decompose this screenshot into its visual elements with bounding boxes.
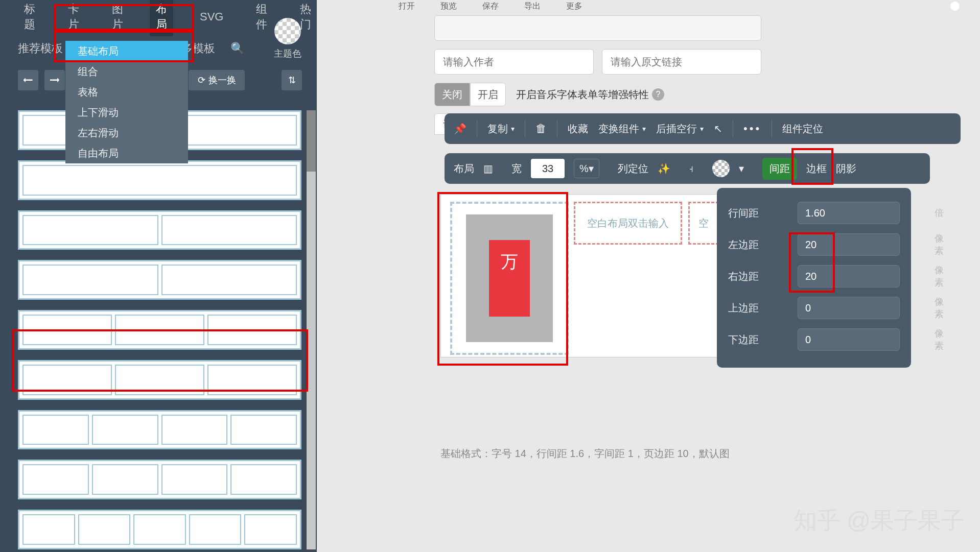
- layout-template[interactable]: [18, 210, 301, 250]
- card-text: 万: [501, 250, 518, 274]
- bg-swatch-icon[interactable]: [712, 160, 730, 177]
- layout-template[interactable]: [18, 510, 301, 549]
- toggle-off[interactable]: 关闭: [434, 83, 470, 106]
- dd-basic-layout[interactable]: 基础布局: [65, 41, 188, 61]
- toggle-on[interactable]: 开启: [470, 83, 506, 106]
- trash-icon[interactable]: 🗑: [535, 122, 547, 135]
- search-icon[interactable]: 🔍: [230, 42, 244, 55]
- spacing-panel: 行间距 倍 左边距 像素 右边距 像素 上边距 像素 下边距 像素: [717, 188, 911, 368]
- transform-button[interactable]: 变换组件 ▾: [598, 122, 646, 136]
- menu-open[interactable]: 打开: [399, 1, 415, 12]
- avatar-icon[interactable]: [950, 2, 960, 11]
- insert-blank-button[interactable]: 后插空行 ▾: [656, 122, 704, 136]
- top-menu: 打开 预览 保存 导出 更多: [399, 0, 960, 12]
- tab-layout[interactable]: 布局: [150, 0, 173, 36]
- menu-more[interactable]: 更多: [566, 1, 582, 12]
- layout-cell-blank[interactable]: 空: [688, 202, 719, 245]
- shuffle-button[interactable]: ⟳ 换一换: [189, 70, 245, 90]
- dd-table[interactable]: 表格: [65, 82, 188, 102]
- more-icon[interactable]: •••: [743, 122, 761, 135]
- tab-title[interactable]: 标题: [18, 0, 41, 36]
- layout-template[interactable]: [18, 160, 301, 200]
- refresh-icon: ⟳: [198, 75, 205, 86]
- caret-down-icon: ▾: [700, 125, 704, 133]
- locate-button[interactable]: 组件定位: [782, 122, 823, 136]
- layout-dropdown: 基础布局 组合 表格 上下滑动 左右滑动 自由布局: [65, 41, 188, 163]
- right-margin-input[interactable]: [805, 271, 935, 282]
- unit-label: 像素: [935, 327, 944, 352]
- left-margin-label: 左边距: [728, 238, 759, 252]
- align-icon[interactable]: ⫞: [689, 163, 694, 175]
- link-input[interactable]: [602, 49, 761, 75]
- shadow-button[interactable]: 阴影: [836, 162, 856, 176]
- shuffle-label: 换一换: [208, 74, 236, 86]
- tab-svg[interactable]: SVG: [194, 6, 229, 28]
- column-pos-button[interactable]: 列定位: [618, 162, 648, 176]
- width-input[interactable]: [531, 159, 565, 178]
- layout-templates: [18, 110, 301, 549]
- dd-combo[interactable]: 组合: [65, 61, 188, 82]
- sort-button[interactable]: ⇅: [282, 70, 302, 90]
- layout-template[interactable]: [18, 360, 301, 400]
- unit-label: 像素: [935, 232, 944, 257]
- red-card[interactable]: 万: [489, 240, 530, 317]
- enhance-label: 开启音乐字体表单等增强特性: [516, 88, 649, 102]
- menu-save[interactable]: 保存: [482, 1, 499, 12]
- caret-down-icon: ▾: [511, 125, 515, 133]
- columns-icon[interactable]: ▥: [483, 162, 493, 175]
- watermark: 知乎 @果子果子: [794, 505, 965, 537]
- copy-button[interactable]: 复制 ▾: [487, 122, 515, 136]
- dd-free[interactable]: 自由布局: [65, 143, 188, 163]
- left-panel: 标题 卡片 图片 布局 SVG 组件 热门 推荐模板 更多模板 🔍 主题色 🠔 …: [0, 0, 317, 552]
- component-toolbar: 📌 复制 ▾ 🗑 收藏 变换组件 ▾ 后插空行 ▾ ↖ ••• 组件定位: [445, 113, 961, 144]
- tab-card[interactable]: 卡片: [62, 0, 85, 36]
- scrollbar[interactable]: [307, 110, 316, 549]
- top-margin-label: 上边距: [728, 301, 759, 315]
- spacing-button[interactable]: 间距: [762, 158, 797, 180]
- width-label: 宽: [511, 162, 522, 176]
- menu-export[interactable]: 导出: [524, 1, 541, 12]
- disabled-input: [434, 15, 761, 41]
- layout-cell-selected[interactable]: 万: [450, 202, 569, 355]
- layout-template[interactable]: [18, 410, 301, 450]
- forward-button[interactable]: 🠖: [44, 70, 65, 90]
- unit-label: 倍: [935, 207, 944, 219]
- border-button[interactable]: 边框: [806, 162, 827, 176]
- layout-template[interactable]: [18, 260, 301, 300]
- dd-vscroll[interactable]: 上下滑动: [65, 102, 188, 123]
- top-margin-input[interactable]: [805, 302, 935, 314]
- cursor-icon[interactable]: ↖: [714, 123, 722, 135]
- theme-label: 主题色: [274, 49, 301, 59]
- bottom-margin-label: 下边距: [728, 333, 759, 347]
- favorite-button[interactable]: 收藏: [568, 122, 588, 136]
- back-button[interactable]: 🠔: [18, 70, 38, 90]
- line-spacing-input[interactable]: [805, 207, 935, 219]
- category-tabs: 标题 卡片 图片 布局 SVG 组件 热门: [0, 0, 317, 33]
- magic-icon[interactable]: ✨: [658, 162, 670, 175]
- line-spacing-label: 行间距: [728, 206, 759, 220]
- help-icon[interactable]: ?: [652, 88, 664, 101]
- author-input[interactable]: [434, 49, 594, 75]
- layout-template[interactable]: [18, 310, 301, 350]
- tab-component[interactable]: 组件: [250, 0, 273, 36]
- right-margin-label: 右边距: [728, 270, 759, 283]
- footer-description: 基础格式：字号 14，行间距 1.6，字间距 1，页边距 10，默认图: [440, 447, 730, 461]
- theme-color[interactable]: 主题色: [274, 18, 301, 60]
- caret-down-icon: ▾: [739, 162, 744, 175]
- scroll-thumb[interactable]: [307, 110, 316, 172]
- pin-icon[interactable]: 📌: [454, 123, 466, 135]
- left-margin-input[interactable]: [805, 239, 935, 251]
- unit-label: 像素: [935, 296, 944, 320]
- unit-label: 像素: [935, 264, 944, 289]
- caret-down-icon: ▾: [642, 125, 646, 133]
- dd-hscroll[interactable]: 左右滑动: [65, 123, 188, 143]
- tab-image[interactable]: 图片: [106, 0, 129, 36]
- tab-recommend[interactable]: 推荐模板: [18, 41, 63, 56]
- bottom-margin-input[interactable]: [805, 334, 935, 346]
- width-unit[interactable]: % ▾: [574, 159, 599, 178]
- layout-template[interactable]: [18, 460, 301, 499]
- style-toolbar: 布局 ▥ 宽 % ▾ 列定位 ✨ ⫞ ▾ 间距 边框 阴影: [445, 153, 930, 184]
- menu-preview[interactable]: 预览: [440, 1, 457, 12]
- layout-cell-blank[interactable]: 空白布局双击输入: [574, 202, 682, 245]
- theme-swatch-icon: [274, 18, 301, 44]
